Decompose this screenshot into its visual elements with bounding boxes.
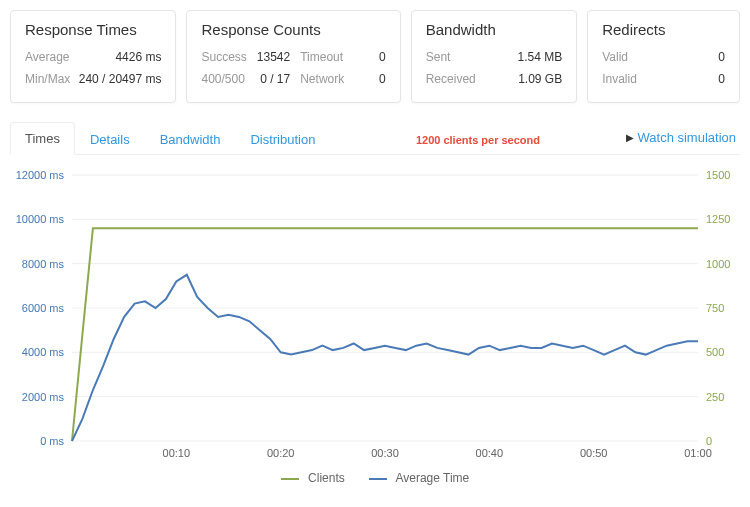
kv-key: Average (25, 46, 69, 68)
kv-row: Sent 1.54 MB (426, 46, 562, 68)
svg-text:00:40: 00:40 (476, 447, 504, 459)
tab-distribution[interactable]: Distribution (235, 123, 330, 155)
legend-swatch-clients (281, 478, 299, 480)
svg-text:250: 250 (706, 391, 724, 403)
kv-row: Average 4426 ms (25, 46, 161, 68)
card-title: Redirects (602, 21, 725, 38)
kv-row: Invalid 0 (602, 68, 725, 90)
svg-text:0: 0 (706, 435, 712, 447)
kv-value: 0 (637, 68, 725, 90)
legend: Clients Average Time (10, 471, 740, 485)
svg-text:500: 500 (706, 346, 724, 358)
svg-text:10000 ms: 10000 ms (16, 213, 65, 225)
watch-simulation-link[interactable]: ▶ Watch simulation (626, 130, 741, 145)
svg-text:1000: 1000 (706, 258, 730, 270)
kv-key: Invalid (602, 68, 637, 90)
kv-key: Network (300, 68, 344, 90)
svg-text:2000 ms: 2000 ms (22, 391, 65, 403)
svg-text:4000 ms: 4000 ms (22, 346, 65, 358)
legend-item-clients: Clients (281, 471, 345, 485)
tab-details[interactable]: Details (75, 123, 145, 155)
kv-value: 0 (354, 46, 385, 68)
kv-value: 0 (628, 46, 725, 68)
play-icon: ▶ (626, 132, 634, 143)
kv-value: 1.09 GB (476, 68, 562, 90)
kv-key: Timeout (300, 46, 344, 68)
kv-value: 0 / 17 (257, 68, 290, 90)
svg-text:8000 ms: 8000 ms (22, 258, 65, 270)
kv-key: Success (201, 46, 246, 68)
tabbar: Times Details Bandwidth Distribution 120… (10, 121, 740, 155)
svg-text:750: 750 (706, 302, 724, 314)
legend-item-average-time: Average Time (369, 471, 470, 485)
kv-key: Valid (602, 46, 628, 68)
svg-text:00:30: 00:30 (371, 447, 399, 459)
legend-label: Average Time (395, 471, 469, 485)
legend-swatch-avg (369, 478, 387, 480)
kv-grid: Success 13542 Timeout 0 400/500 0 / 17 N… (201, 46, 385, 90)
kv-row: Valid 0 (602, 46, 725, 68)
svg-text:0 ms: 0 ms (40, 435, 64, 447)
svg-text:12000 ms: 12000 ms (16, 169, 65, 181)
kv-value: 0 (354, 68, 385, 90)
svg-text:6000 ms: 6000 ms (22, 302, 65, 314)
kv-value: 1.54 MB (450, 46, 562, 68)
card-response-times: Response Times Average 4426 ms Min/Max 2… (10, 10, 176, 103)
kv-value: 13542 (257, 46, 290, 68)
kv-key: Received (426, 68, 476, 90)
svg-text:1250: 1250 (706, 213, 730, 225)
tab-bandwidth[interactable]: Bandwidth (145, 123, 236, 155)
chart: 0 ms2000 ms4000 ms6000 ms8000 ms10000 ms… (10, 165, 740, 465)
svg-text:00:20: 00:20 (267, 447, 295, 459)
card-title: Bandwidth (426, 21, 562, 38)
kv-value: 240 / 20497 ms (70, 68, 161, 90)
watch-label: Watch simulation (638, 130, 737, 145)
card-title: Response Times (25, 21, 161, 38)
svg-text:01:00: 01:00 (684, 447, 712, 459)
banner-text: 1200 clients per second (330, 130, 625, 146)
tab-times[interactable]: Times (10, 122, 75, 155)
kv-key: Sent (426, 46, 451, 68)
kv-key: 400/500 (201, 68, 246, 90)
kv-value: 4426 ms (69, 46, 161, 68)
svg-text:00:50: 00:50 (580, 447, 608, 459)
svg-text:00:10: 00:10 (163, 447, 191, 459)
card-title: Response Counts (201, 21, 385, 38)
card-bandwidth: Bandwidth Sent 1.54 MB Received 1.09 GB (411, 10, 577, 103)
card-redirects: Redirects Valid 0 Invalid 0 (587, 10, 740, 103)
svg-text:1500: 1500 (706, 169, 730, 181)
legend-label: Clients (308, 471, 345, 485)
summary-cards: Response Times Average 4426 ms Min/Max 2… (10, 10, 740, 103)
kv-row: Received 1.09 GB (426, 68, 562, 90)
card-response-counts: Response Counts Success 13542 Timeout 0 … (186, 10, 400, 103)
kv-key: Min/Max (25, 68, 70, 90)
kv-row: Min/Max 240 / 20497 ms (25, 68, 161, 90)
chart-svg: 0 ms2000 ms4000 ms6000 ms8000 ms10000 ms… (10, 165, 740, 465)
